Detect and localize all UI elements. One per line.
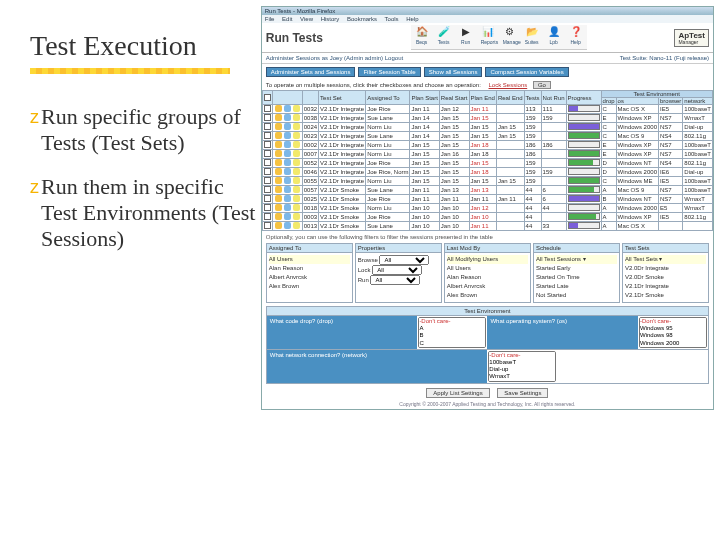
row-actions[interactable] xyxy=(272,222,302,231)
row-actions[interactable] xyxy=(272,105,302,114)
row-id[interactable]: 0013 xyxy=(302,222,318,231)
filter-option[interactable]: All Users xyxy=(269,255,350,264)
row-actions[interactable] xyxy=(272,114,302,123)
toolbar-beqs-icon[interactable]: 🏠Beqs xyxy=(415,27,429,47)
row-id[interactable]: 0002 xyxy=(302,141,318,150)
col-notrun[interactable]: Not Run xyxy=(541,91,566,105)
row-checkbox[interactable] xyxy=(264,222,271,229)
row-id[interactable]: 0052 xyxy=(302,159,318,168)
row-id[interactable]: 0003 xyxy=(302,213,318,222)
row-checkbox[interactable] xyxy=(264,132,271,139)
action-button[interactable]: Filter Session Table xyxy=(358,67,420,77)
prop-select[interactable]: All xyxy=(370,275,420,285)
menu-item[interactable]: History xyxy=(321,16,340,22)
row-id[interactable]: 0046 xyxy=(302,168,318,177)
filter-option[interactable]: Not Started xyxy=(536,291,617,300)
filter-option[interactable]: V2.1Dr Smoke xyxy=(625,291,706,300)
toolbar-reports-icon[interactable]: 📊Reports xyxy=(481,27,495,47)
col-testset[interactable]: Test Set xyxy=(319,91,366,105)
row-actions[interactable] xyxy=(272,141,302,150)
filter-option[interactable]: Alex Brown xyxy=(447,291,528,300)
prop-select[interactable]: All xyxy=(379,255,429,265)
filter-option[interactable]: Started Early xyxy=(536,264,617,273)
toolbar-run-icon[interactable]: ▶Run xyxy=(459,27,473,47)
col-assigned[interactable]: Assigned To xyxy=(366,91,410,105)
row-checkbox[interactable] xyxy=(264,195,271,202)
col-tests[interactable]: Tests xyxy=(524,91,541,105)
menu-item[interactable]: File xyxy=(265,16,275,22)
row-checkbox[interactable] xyxy=(264,123,271,130)
row-id[interactable]: 0032 xyxy=(302,105,318,114)
toolbar-suites-icon[interactable]: 📂Suites xyxy=(525,27,539,47)
row-checkbox[interactable] xyxy=(264,177,271,184)
row-actions[interactable] xyxy=(272,123,302,132)
menu-item[interactable]: Tools xyxy=(385,16,399,22)
row-checkbox[interactable] xyxy=(264,213,271,220)
env-select-drop[interactable]: -Don't care-ABCDE xyxy=(418,317,486,348)
toolbar-manage-icon[interactable]: ⚙Manage xyxy=(503,27,517,47)
filter-option[interactable]: Started Late xyxy=(536,282,617,291)
prop-select[interactable]: All xyxy=(372,265,422,275)
row-checkbox[interactable] xyxy=(264,204,271,211)
row-actions[interactable] xyxy=(272,186,302,195)
filter-option[interactable]: V2.0Dr Integrate xyxy=(625,264,706,273)
filter-option[interactable]: Alex Brown xyxy=(269,282,350,291)
row-actions[interactable] xyxy=(272,195,302,204)
row-actions[interactable] xyxy=(272,177,302,186)
filter-option[interactable]: V2.0Dr Smoke xyxy=(625,273,706,282)
filter-option[interactable]: Alan Reason xyxy=(447,273,528,282)
row-actions[interactable] xyxy=(272,168,302,177)
menu-item[interactable]: View xyxy=(300,16,313,22)
row-checkbox[interactable] xyxy=(264,150,271,157)
col-browser[interactable]: browser xyxy=(658,98,682,105)
toolbar-lpb-icon[interactable]: 👤Lpb xyxy=(547,27,561,47)
menu-item[interactable]: Edit xyxy=(282,16,292,22)
row-id[interactable]: 0057 xyxy=(302,186,318,195)
row-id[interactable]: 0038 xyxy=(302,114,318,123)
col-realstart[interactable]: Real Start xyxy=(439,91,469,105)
menu-item[interactable]: Help xyxy=(406,16,418,22)
row-actions[interactable] xyxy=(272,150,302,159)
filter-option[interactable]: Alan Reason xyxy=(269,264,350,273)
col-planend[interactable]: Plan End xyxy=(469,91,496,105)
row-id[interactable]: 0025 xyxy=(302,195,318,204)
action-button[interactable]: Administer Sets and Sessions xyxy=(266,67,356,77)
toolbar-tests-icon[interactable]: 🧪Tests xyxy=(437,27,451,47)
env-select-network[interactable]: -Don't care-100baseTDial-upWmaxT802.11g xyxy=(488,351,556,382)
col-realend[interactable]: Real End xyxy=(496,91,524,105)
action-button[interactable]: Compact Session Variables xyxy=(485,67,568,77)
row-id[interactable]: 0018 xyxy=(302,204,318,213)
row-id[interactable]: 0023 xyxy=(302,132,318,141)
env-select-os[interactable]: -Don't care-Windows 95Windows 98Windows … xyxy=(639,317,707,348)
filter-option[interactable]: Started On Time xyxy=(536,273,617,282)
row-actions[interactable] xyxy=(272,213,302,222)
row-actions[interactable] xyxy=(272,204,302,213)
row-checkbox[interactable] xyxy=(264,141,271,148)
filter-option[interactable]: V2.1Dr Integrate xyxy=(625,282,706,291)
filter-option[interactable]: All Test Sessions ▾ xyxy=(536,255,617,264)
row-actions[interactable] xyxy=(272,132,302,141)
row-checkbox[interactable] xyxy=(264,186,271,193)
filter-option[interactable]: All Modifying Users xyxy=(447,255,528,264)
row-checkbox[interactable] xyxy=(264,168,271,175)
action-button[interactable]: Show all Sessions xyxy=(424,67,483,77)
col-drop[interactable]: drop xyxy=(601,98,616,105)
row-id[interactable]: 0007 xyxy=(302,150,318,159)
row-id[interactable]: 0024 xyxy=(302,123,318,132)
filter-option[interactable]: Albert Anvrcsk xyxy=(447,282,528,291)
filter-option[interactable]: All Test Sets ▾ xyxy=(625,255,706,264)
filter-option[interactable]: All Users xyxy=(447,264,528,273)
row-actions[interactable] xyxy=(272,159,302,168)
select-all-checkbox[interactable] xyxy=(264,94,271,101)
menu-item[interactable]: Bookmarks xyxy=(347,16,377,22)
col-planstart[interactable]: Plan Start xyxy=(410,91,439,105)
row-checkbox[interactable] xyxy=(264,105,271,112)
save-settings-button[interactable]: Save Settings xyxy=(497,388,548,398)
row-id[interactable]: 0055 xyxy=(302,177,318,186)
col-network[interactable]: network xyxy=(683,98,713,105)
lock-sessions-link[interactable]: Lock Sessions xyxy=(489,82,528,88)
row-checkbox[interactable] xyxy=(264,114,271,121)
toolbar-help-icon[interactable]: ❓Help xyxy=(569,27,583,47)
row-checkbox[interactable] xyxy=(264,159,271,166)
col-progress[interactable]: Progress xyxy=(566,91,601,105)
